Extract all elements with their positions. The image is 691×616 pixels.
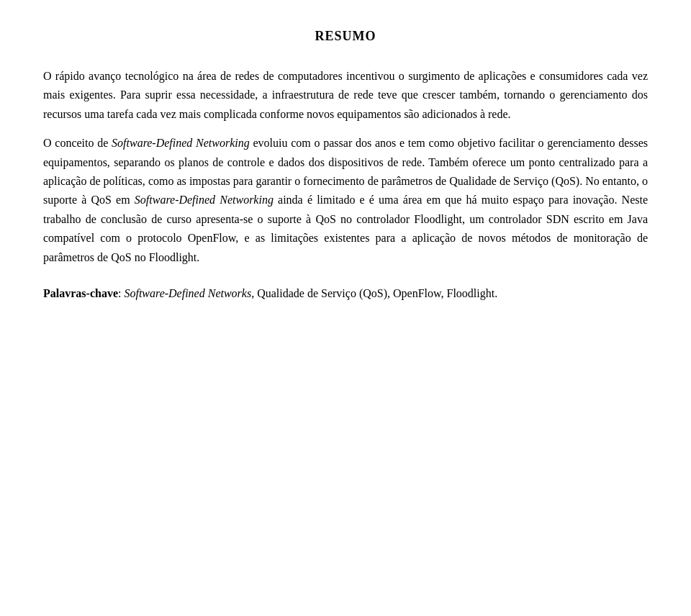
body-text: O rápido avanço tecnológico na área de r…: [43, 67, 648, 267]
paragraph-1: O rápido avanço tecnológico na área de r…: [43, 67, 648, 124]
paragraph-2: O conceito de Software-Defined Networkin…: [43, 134, 648, 267]
keywords-label: Palavras-chave: [43, 287, 118, 299]
page-title: RESUMO: [43, 29, 648, 44]
keywords-text: , Qualidade de Serviço (QoS), OpenFlow, …: [251, 287, 497, 299]
keywords-italic: Software-Defined Networks: [124, 287, 251, 299]
keywords-section: Palavras-chave: Software-Defined Network…: [43, 284, 648, 303]
keywords-paragraph: Palavras-chave: Software-Defined Network…: [43, 284, 648, 303]
